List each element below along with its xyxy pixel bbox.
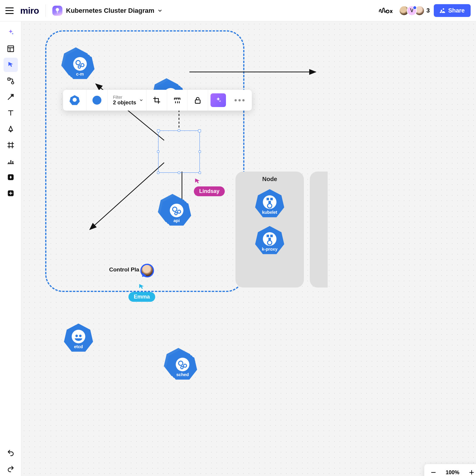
tidy-button[interactable] (167, 90, 188, 111)
svg-rect-8 (267, 198, 269, 200)
filter-label: Filter (113, 95, 122, 100)
talktrack-icon[interactable] (378, 5, 395, 16)
svg-point-3 (11, 82, 14, 84)
templates-tool[interactable] (4, 42, 18, 56)
svg-point-52 (79, 335, 81, 337)
share-button[interactable]: Share (434, 4, 471, 17)
collaborator-cursor-emma: Emma (128, 283, 155, 302)
ai-tool[interactable] (4, 26, 18, 40)
main-menu-button[interactable] (5, 7, 14, 14)
svg-point-51 (76, 335, 78, 337)
lock-button[interactable] (188, 90, 208, 111)
shape-type-button[interactable]: api (63, 90, 87, 111)
chart-tool[interactable] (4, 154, 18, 168)
filter-value: 2 objects (113, 100, 136, 106)
share-label: Share (448, 7, 465, 14)
app-header: miro Kubernetes Cluster Diagram V 3 Shar… (0, 0, 476, 21)
svg-text:etcd: etcd (74, 344, 83, 349)
svg-text:sched: sched (176, 372, 189, 377)
svg-rect-2 (8, 78, 10, 80)
collaborator-tag: Emma (128, 292, 155, 302)
ai-action-button[interactable] (210, 93, 226, 107)
svg-rect-65 (195, 100, 200, 103)
pen-tool[interactable] (4, 122, 18, 136)
svg-text:kubelet: kubelet (262, 210, 277, 215)
collaborator-tag: Lindsay (194, 186, 225, 196)
svg-rect-16 (270, 235, 273, 237)
svg-rect-9 (270, 198, 273, 200)
zoom-control: − 100% + (424, 464, 476, 476)
api-server-shape[interactable]: api (161, 196, 192, 227)
undo-button[interactable] (4, 446, 18, 460)
text-tool[interactable] (4, 106, 18, 120)
avatar[interactable]: V (407, 6, 417, 16)
etcd-shape[interactable]: etcd (63, 322, 94, 353)
controller-manager-shape[interactable]: c-m (65, 50, 95, 81)
svg-point-63 (73, 98, 77, 102)
app-tool[interactable] (4, 170, 18, 184)
kproxy-shape[interactable]: k-proxy (254, 225, 285, 256)
scheduler-shape[interactable]: sched (167, 350, 198, 381)
selection-toolbar: api Filter 2 objects ••• (63, 90, 252, 111)
left-toolbar (0, 21, 21, 476)
crop-button[interactable] (147, 90, 167, 111)
zoom-value[interactable]: 100% (446, 469, 459, 476)
select-tool[interactable] (4, 58, 18, 72)
selection-bounding-box[interactable] (158, 131, 200, 173)
add-tool[interactable] (4, 186, 18, 200)
svg-point-50 (72, 330, 85, 343)
node-group-title: Node (262, 176, 277, 183)
board-icon[interactable] (52, 6, 62, 16)
node-group[interactable]: Node kubelet k-proxy (235, 172, 304, 288)
zoom-in-button[interactable]: + (466, 467, 476, 476)
svg-text:k-proxy: k-proxy (262, 247, 278, 252)
svg-rect-15 (267, 235, 269, 237)
svg-text:c-m: c-m (76, 72, 84, 76)
arrow-tool[interactable] (4, 90, 18, 104)
board-title[interactable]: Kubernetes Cluster Diagram (66, 7, 154, 15)
zoom-out-button[interactable]: − (428, 467, 439, 476)
chevron-down-icon (139, 98, 143, 102)
svg-rect-10 (268, 201, 271, 203)
fill-color-button[interactable] (87, 90, 108, 111)
node-group-2[interactable] (310, 172, 328, 288)
collaborator-avatars[interactable]: V 3 (399, 6, 430, 16)
board-canvas[interactable]: Node kubelet k-proxy (21, 21, 476, 476)
control-plane-label: Control Pla (109, 266, 139, 273)
collaborator-avatar-bubble[interactable] (140, 264, 154, 277)
more-options-button[interactable]: ••• (228, 90, 252, 111)
collaborator-cursor-lindsay: Lindsay (194, 177, 225, 196)
svg-rect-17 (268, 238, 271, 240)
kubelet-shape[interactable]: kubelet (254, 188, 285, 219)
divider (45, 4, 46, 17)
svg-text:api: api (73, 101, 76, 104)
filter-dropdown[interactable]: Filter 2 objects (108, 90, 147, 111)
board-title-chevron-icon[interactable] (157, 8, 163, 13)
svg-rect-1 (8, 46, 14, 52)
miro-logo[interactable]: miro (20, 6, 39, 16)
diagram-tool[interactable] (4, 74, 18, 88)
frame-tool[interactable] (4, 138, 18, 152)
avatar-overflow-count[interactable]: 3 (426, 7, 430, 14)
svg-text:api: api (173, 218, 180, 223)
redo-button[interactable] (4, 462, 18, 476)
